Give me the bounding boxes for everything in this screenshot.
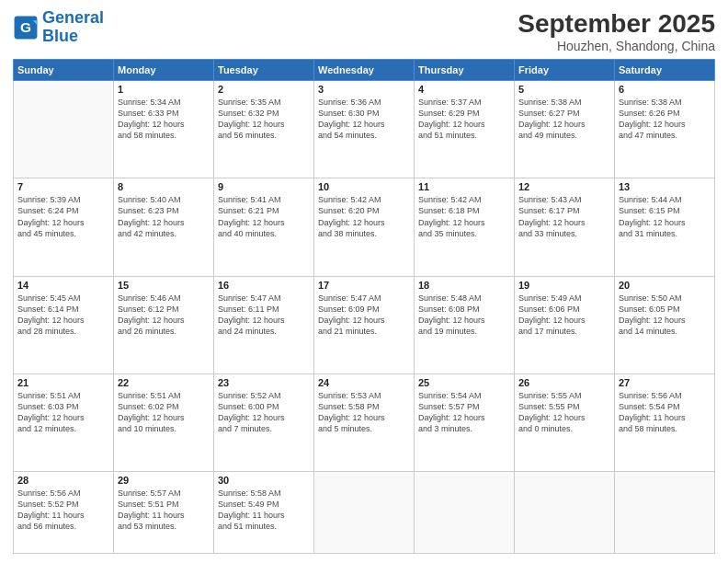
cell-details: Sunrise: 5:51 AM Sunset: 6:02 PM Dayligh… xyxy=(118,390,210,435)
cell-details: Sunrise: 5:48 AM Sunset: 6:08 PM Dayligh… xyxy=(418,293,510,338)
day-number: 1 xyxy=(118,84,210,95)
calendar-cell: 10Sunrise: 5:42 AM Sunset: 6:20 PM Dayli… xyxy=(314,178,415,276)
weekday-header-thursday: Thursday xyxy=(415,60,515,81)
cell-details: Sunrise: 5:37 AM Sunset: 6:29 PM Dayligh… xyxy=(418,97,510,142)
cell-details: Sunrise: 5:46 AM Sunset: 6:12 PM Dayligh… xyxy=(118,293,210,338)
header: G General Blue September 2025 Houzhen, S… xyxy=(13,9,715,53)
day-number: 24 xyxy=(318,377,410,388)
cell-details: Sunrise: 5:41 AM Sunset: 6:21 PM Dayligh… xyxy=(218,194,310,239)
calendar-cell: 27Sunrise: 5:56 AM Sunset: 5:54 PM Dayli… xyxy=(615,373,715,471)
logo-icon: G xyxy=(13,15,39,40)
calendar-cell: 24Sunrise: 5:53 AM Sunset: 5:58 PM Dayli… xyxy=(314,373,415,471)
location-subtitle: Houzhen, Shandong, China xyxy=(518,39,715,53)
day-number: 5 xyxy=(518,84,610,95)
cell-details: Sunrise: 5:50 AM Sunset: 6:05 PM Dayligh… xyxy=(619,293,711,338)
calendar-cell: 15Sunrise: 5:46 AM Sunset: 6:12 PM Dayli… xyxy=(114,276,214,373)
calendar-cell: 14Sunrise: 5:45 AM Sunset: 6:14 PM Dayli… xyxy=(14,276,114,373)
cell-details: Sunrise: 5:47 AM Sunset: 6:09 PM Dayligh… xyxy=(318,293,410,338)
day-number: 15 xyxy=(118,280,210,291)
calendar-cell: 18Sunrise: 5:48 AM Sunset: 6:08 PM Dayli… xyxy=(415,276,515,373)
calendar-cell: 28Sunrise: 5:56 AM Sunset: 5:52 PM Dayli… xyxy=(14,472,114,554)
calendar-cell: 1Sunrise: 5:34 AM Sunset: 6:33 PM Daylig… xyxy=(114,81,214,178)
weekday-header-sunday: Sunday xyxy=(14,60,114,81)
calendar-cell: 23Sunrise: 5:52 AM Sunset: 6:00 PM Dayli… xyxy=(214,373,314,471)
cell-details: Sunrise: 5:43 AM Sunset: 6:17 PM Dayligh… xyxy=(518,194,610,239)
day-number: 6 xyxy=(619,84,711,95)
calendar-cell: 13Sunrise: 5:44 AM Sunset: 6:15 PM Dayli… xyxy=(615,178,715,276)
cell-details: Sunrise: 5:54 AM Sunset: 5:57 PM Dayligh… xyxy=(418,390,510,435)
day-number: 22 xyxy=(118,377,210,388)
calendar-cell: 16Sunrise: 5:47 AM Sunset: 6:11 PM Dayli… xyxy=(214,276,314,373)
day-number: 19 xyxy=(518,280,610,291)
calendar-cell: 3Sunrise: 5:36 AM Sunset: 6:30 PM Daylig… xyxy=(314,81,415,178)
logo: G General Blue xyxy=(13,9,104,46)
day-number: 2 xyxy=(218,84,310,95)
cell-details: Sunrise: 5:57 AM Sunset: 5:51 PM Dayligh… xyxy=(118,488,210,533)
calendar-cell: 21Sunrise: 5:51 AM Sunset: 6:03 PM Dayli… xyxy=(14,373,114,471)
cell-details: Sunrise: 5:44 AM Sunset: 6:15 PM Dayligh… xyxy=(619,194,711,239)
day-number: 29 xyxy=(118,475,210,486)
calendar-cell: 26Sunrise: 5:55 AM Sunset: 5:55 PM Dayli… xyxy=(515,373,615,471)
cell-details: Sunrise: 5:45 AM Sunset: 6:14 PM Dayligh… xyxy=(17,293,109,338)
calendar-cell: 7Sunrise: 5:39 AM Sunset: 6:24 PM Daylig… xyxy=(14,178,114,276)
day-number: 26 xyxy=(518,377,610,388)
calendar-cell: 22Sunrise: 5:51 AM Sunset: 6:02 PM Dayli… xyxy=(114,373,214,471)
cell-details: Sunrise: 5:51 AM Sunset: 6:03 PM Dayligh… xyxy=(17,390,109,435)
calendar-cell: 19Sunrise: 5:49 AM Sunset: 6:06 PM Dayli… xyxy=(515,276,615,373)
week-row-1: 1Sunrise: 5:34 AM Sunset: 6:33 PM Daylig… xyxy=(14,81,715,178)
day-number: 25 xyxy=(418,377,510,388)
day-number: 4 xyxy=(418,84,510,95)
week-row-4: 21Sunrise: 5:51 AM Sunset: 6:03 PM Dayli… xyxy=(14,373,715,471)
calendar-cell: 30Sunrise: 5:58 AM Sunset: 5:49 PM Dayli… xyxy=(214,472,314,554)
month-title: September 2025 xyxy=(518,9,715,39)
title-block: September 2025 Houzhen, Shandong, China xyxy=(518,9,715,53)
calendar-table: SundayMondayTuesdayWednesdayThursdayFrid… xyxy=(13,59,715,554)
day-number: 27 xyxy=(619,377,711,388)
day-number: 8 xyxy=(118,181,210,192)
calendar-cell: 17Sunrise: 5:47 AM Sunset: 6:09 PM Dayli… xyxy=(314,276,415,373)
calendar-cell: 11Sunrise: 5:42 AM Sunset: 6:18 PM Dayli… xyxy=(415,178,515,276)
cell-details: Sunrise: 5:42 AM Sunset: 6:20 PM Dayligh… xyxy=(318,194,410,239)
cell-details: Sunrise: 5:49 AM Sunset: 6:06 PM Dayligh… xyxy=(518,293,610,338)
calendar-cell: 2Sunrise: 5:35 AM Sunset: 6:32 PM Daylig… xyxy=(214,81,314,178)
cell-details: Sunrise: 5:35 AM Sunset: 6:32 PM Dayligh… xyxy=(218,97,310,142)
calendar-cell: 5Sunrise: 5:38 AM Sunset: 6:27 PM Daylig… xyxy=(515,81,615,178)
calendar-cell xyxy=(615,472,715,554)
weekday-header-wednesday: Wednesday xyxy=(314,60,415,81)
calendar-cell: 29Sunrise: 5:57 AM Sunset: 5:51 PM Dayli… xyxy=(114,472,214,554)
day-number: 3 xyxy=(318,84,410,95)
day-number: 10 xyxy=(318,181,410,192)
day-number: 14 xyxy=(17,280,109,291)
calendar-cell: 6Sunrise: 5:38 AM Sunset: 6:26 PM Daylig… xyxy=(615,81,715,178)
cell-details: Sunrise: 5:36 AM Sunset: 6:30 PM Dayligh… xyxy=(318,97,410,142)
cell-details: Sunrise: 5:38 AM Sunset: 6:26 PM Dayligh… xyxy=(619,97,711,142)
day-number: 16 xyxy=(218,280,310,291)
calendar-cell xyxy=(314,472,415,554)
weekday-header-tuesday: Tuesday xyxy=(214,60,314,81)
week-row-2: 7Sunrise: 5:39 AM Sunset: 6:24 PM Daylig… xyxy=(14,178,715,276)
cell-details: Sunrise: 5:47 AM Sunset: 6:11 PM Dayligh… xyxy=(218,293,310,338)
week-row-5: 28Sunrise: 5:56 AM Sunset: 5:52 PM Dayli… xyxy=(14,472,715,554)
page: G General Blue September 2025 Houzhen, S… xyxy=(0,0,728,563)
calendar-cell xyxy=(415,472,515,554)
calendar-cell: 8Sunrise: 5:40 AM Sunset: 6:23 PM Daylig… xyxy=(114,178,214,276)
calendar-cell: 9Sunrise: 5:41 AM Sunset: 6:21 PM Daylig… xyxy=(214,178,314,276)
day-number: 7 xyxy=(17,181,109,192)
cell-details: Sunrise: 5:52 AM Sunset: 6:00 PM Dayligh… xyxy=(218,390,310,435)
cell-details: Sunrise: 5:58 AM Sunset: 5:49 PM Dayligh… xyxy=(218,488,310,533)
day-number: 20 xyxy=(619,280,711,291)
calendar-cell: 4Sunrise: 5:37 AM Sunset: 6:29 PM Daylig… xyxy=(415,81,515,178)
calendar-cell: 12Sunrise: 5:43 AM Sunset: 6:17 PM Dayli… xyxy=(515,178,615,276)
day-number: 18 xyxy=(418,280,510,291)
day-number: 30 xyxy=(218,475,310,486)
calendar-cell: 20Sunrise: 5:50 AM Sunset: 6:05 PM Dayli… xyxy=(615,276,715,373)
weekday-header-friday: Friday xyxy=(515,60,615,81)
cell-details: Sunrise: 5:39 AM Sunset: 6:24 PM Dayligh… xyxy=(17,194,109,239)
weekday-header-saturday: Saturday xyxy=(615,60,715,81)
day-number: 12 xyxy=(518,181,610,192)
day-number: 17 xyxy=(318,280,410,291)
cell-details: Sunrise: 5:34 AM Sunset: 6:33 PM Dayligh… xyxy=(118,97,210,142)
calendar-cell xyxy=(515,472,615,554)
cell-details: Sunrise: 5:38 AM Sunset: 6:27 PM Dayligh… xyxy=(518,97,610,142)
cell-details: Sunrise: 5:42 AM Sunset: 6:18 PM Dayligh… xyxy=(418,194,510,239)
